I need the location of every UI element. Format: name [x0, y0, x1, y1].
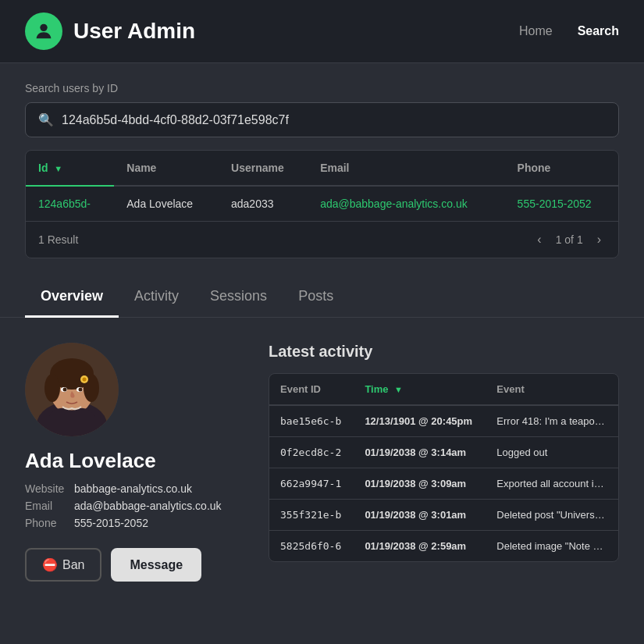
col-time[interactable]: Time ▼: [354, 374, 486, 405]
activity-row[interactable]: 355f321e-b 01/19/2038 @ 3:01am Deleted p…: [269, 500, 618, 531]
col-phone: Phone: [505, 151, 618, 186]
cell-phone: 555-2015-2052: [505, 186, 618, 221]
activity-time: 12/13/1901 @ 20:45pm: [354, 405, 486, 437]
search-bar: 🔍: [25, 102, 619, 137]
cell-email: ada@babbage-analytics.co.uk: [308, 186, 504, 221]
nav-search[interactable]: Search: [578, 24, 619, 38]
meta-email-row: Email ada@babbage-analytics.co.uk: [25, 500, 244, 512]
main-nav: Home Search: [519, 24, 619, 38]
activity-title: Latest activity: [269, 343, 619, 361]
latest-activity: Latest activity Event ID Time ▼ Event ba…: [269, 343, 619, 582]
website-label: Website: [25, 482, 68, 495]
nav-home[interactable]: Home: [519, 24, 553, 38]
tab-activity[interactable]: Activity: [119, 277, 194, 318]
activity-event-id: 662a9947-1: [269, 468, 354, 500]
col-email: Email: [308, 151, 504, 186]
user-name: Ada Lovelace: [25, 449, 244, 473]
result-count: 1 Result: [38, 233, 78, 246]
meta-phone-row: Phone 555-2015-2052: [25, 517, 244, 529]
search-label: Search users by ID: [25, 82, 619, 94]
table-header-row: Id ▼ Name Username Email Phone: [26, 151, 618, 186]
email-label: Email: [25, 500, 68, 512]
activity-header-row: Event ID Time ▼ Event: [269, 374, 618, 405]
col-username: Username: [219, 151, 308, 186]
user-actions: ⛔ Ban Message: [25, 548, 244, 582]
activity-row[interactable]: bae15e6c-b 12/13/1901 @ 20:45pm Error 41…: [269, 405, 618, 437]
ban-button[interactable]: ⛔ Ban: [25, 548, 101, 582]
activity-event: Deleted post "Univers…: [486, 500, 618, 531]
svg-point-12: [79, 388, 83, 392]
ban-label: Ban: [62, 558, 84, 572]
avatar-image: [25, 343, 119, 436]
activity-table-container: Event ID Time ▼ Event bae15e6c-b 12/13/1…: [269, 373, 619, 562]
user-profile: Ada Lovelace Website babbage-analytics.c…: [25, 343, 244, 582]
cell-name: Ada Lovelace: [114, 186, 219, 221]
pagination-row: 1 Result ‹ 1 of 1 ›: [26, 221, 618, 258]
activity-event-id: 5825d6f0-6: [269, 531, 354, 562]
message-label: Message: [130, 558, 183, 572]
user-silhouette-icon: [33, 20, 55, 42]
website-value: babbage-analytics.co.uk: [74, 482, 192, 495]
col-name: Name: [114, 151, 219, 186]
activity-table: Event ID Time ▼ Event bae15e6c-b 12/13/1…: [269, 374, 618, 561]
avatar: [25, 343, 119, 436]
message-button[interactable]: Message: [111, 548, 201, 582]
cell-id: 124a6b5d-: [26, 186, 114, 221]
activity-row[interactable]: 0f2ecd8c-2 01/19/2038 @ 3:14am Logged ou…: [269, 437, 618, 468]
activity-time: 01/19/2038 @ 2:59am: [354, 531, 486, 562]
activity-event-id: bae15e6c-b: [269, 405, 354, 437]
app-title: User Admin: [73, 19, 195, 44]
svg-point-11: [63, 388, 67, 392]
activity-event: Error 418: I'm a teapo…: [486, 405, 618, 437]
search-input[interactable]: [62, 113, 606, 127]
sort-arrow-time: ▼: [394, 385, 403, 394]
activity-event: Logged out: [486, 437, 618, 468]
phone-label: Phone: [25, 517, 68, 529]
header: User Admin Home Search: [0, 0, 644, 63]
activity-time: 01/19/2038 @ 3:09am: [354, 468, 486, 500]
svg-point-7: [44, 374, 60, 402]
email-value: ada@babbage-analytics.co.uk: [74, 500, 222, 512]
col-event-id: Event ID: [269, 374, 354, 405]
prev-page-button[interactable]: ‹: [532, 231, 546, 248]
results-table-container: Id ▼ Name Username Email Phone 124a6b5d-…: [25, 150, 619, 258]
svg-point-0: [40, 24, 47, 31]
logo-icon: [25, 12, 62, 50]
col-event: Event: [486, 374, 618, 405]
tab-overview[interactable]: Overview: [25, 277, 119, 318]
phone-value: 555-2015-2052: [74, 517, 148, 529]
activity-event: Deleted image "Note …: [486, 531, 618, 562]
activity-event-id: 355f321e-b: [269, 500, 354, 531]
activity-row[interactable]: 662a9947-1 01/19/2038 @ 3:09am Exported …: [269, 468, 618, 500]
activity-row[interactable]: 5825d6f0-6 01/19/2038 @ 2:59am Deleted i…: [269, 531, 618, 562]
next-page-button[interactable]: ›: [592, 231, 606, 248]
activity-time: 01/19/2038 @ 3:14am: [354, 437, 486, 468]
cell-username: ada2033: [219, 186, 308, 221]
tab-posts[interactable]: Posts: [283, 277, 349, 318]
ban-icon: ⛔: [42, 557, 58, 572]
col-id[interactable]: Id ▼: [26, 151, 114, 186]
activity-event: Exported all account i…: [486, 468, 618, 500]
logo-area: User Admin: [25, 12, 519, 50]
overview-content: Ada Lovelace Website babbage-analytics.c…: [0, 318, 644, 582]
search-icon: 🔍: [38, 112, 54, 127]
results-table: Id ▼ Name Username Email Phone 124a6b5d-…: [26, 151, 618, 221]
tabs: Overview Activity Sessions Posts: [0, 277, 644, 318]
pagination-controls: ‹ 1 of 1 ›: [532, 231, 606, 248]
sort-arrow-id: ▼: [54, 164, 62, 173]
svg-point-14: [83, 378, 87, 382]
page-indicator: 1 of 1: [556, 233, 583, 246]
meta-website-row: Website babbage-analytics.co.uk: [25, 482, 244, 495]
activity-event-id: 0f2ecd8c-2: [269, 437, 354, 468]
table-row[interactable]: 124a6b5d- Ada Lovelace ada2033 ada@babba…: [26, 186, 618, 221]
user-meta: Website babbage-analytics.co.uk Email ad…: [25, 482, 244, 529]
search-section: Search users by ID 🔍: [0, 63, 644, 150]
tab-sessions[interactable]: Sessions: [194, 277, 283, 318]
activity-time: 01/19/2038 @ 3:01am: [354, 500, 486, 531]
